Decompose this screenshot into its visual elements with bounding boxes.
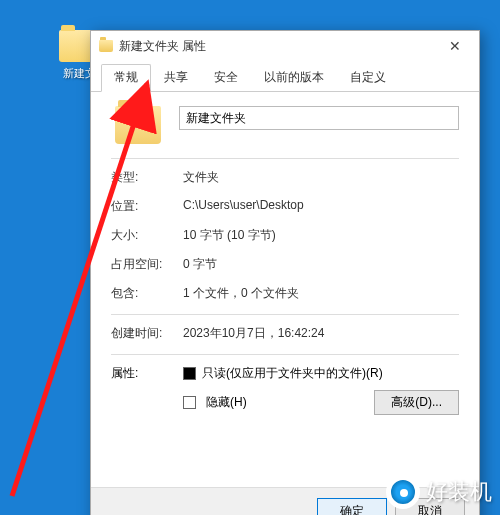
window-title: 新建文件夹 属性 — [119, 38, 437, 55]
label-contains: 包含: — [111, 285, 183, 302]
watermark-logo-icon — [386, 475, 420, 509]
label-disk: 占用空间: — [111, 256, 183, 273]
tab-content-general: 类型:文件夹 位置:C:\Users\user\Desktop 大小:10 字节… — [91, 92, 479, 487]
close-icon: ✕ — [449, 38, 461, 54]
value-created: 2023年10月7日，16:42:24 — [183, 325, 459, 342]
folder-name-input[interactable] — [179, 106, 459, 130]
watermark: 好装机 — [386, 475, 492, 509]
folder-icon — [115, 106, 161, 144]
readonly-label: 只读(仅应用于文件夹中的文件)(R) — [202, 365, 383, 382]
tab-sharing[interactable]: 共享 — [151, 64, 201, 92]
value-contains: 1 个文件，0 个文件夹 — [183, 285, 459, 302]
folder-icon — [99, 40, 113, 52]
tab-strip: 常规 共享 安全 以前的版本 自定义 — [91, 59, 479, 92]
properties-dialog: 新建文件夹 属性 ✕ 常规 共享 安全 以前的版本 自定义 类型:文件夹 位置:… — [90, 30, 480, 515]
advanced-button[interactable]: 高级(D)... — [374, 390, 459, 415]
watermark-text: 好装机 — [426, 477, 492, 507]
value-type: 文件夹 — [183, 169, 459, 186]
tab-custom[interactable]: 自定义 — [337, 64, 399, 92]
value-disk: 0 字节 — [183, 256, 459, 273]
close-button[interactable]: ✕ — [437, 35, 473, 57]
divider — [111, 314, 459, 315]
divider — [111, 158, 459, 159]
label-created: 创建时间: — [111, 325, 183, 342]
divider — [111, 354, 459, 355]
label-size: 大小: — [111, 227, 183, 244]
tab-general[interactable]: 常规 — [101, 64, 151, 92]
tab-previous[interactable]: 以前的版本 — [251, 64, 337, 92]
label-attributes: 属性: — [111, 365, 183, 415]
hidden-label: 隐藏(H) — [206, 394, 247, 411]
tab-security[interactable]: 安全 — [201, 64, 251, 92]
titlebar: 新建文件夹 属性 ✕ — [91, 31, 479, 59]
value-location: C:\Users\user\Desktop — [183, 198, 459, 215]
label-location: 位置: — [111, 198, 183, 215]
readonly-checkbox[interactable] — [183, 367, 196, 380]
label-type: 类型: — [111, 169, 183, 186]
hidden-checkbox[interactable] — [183, 396, 196, 409]
ok-button[interactable]: 确定 — [317, 498, 387, 515]
value-size: 10 字节 (10 字节) — [183, 227, 459, 244]
